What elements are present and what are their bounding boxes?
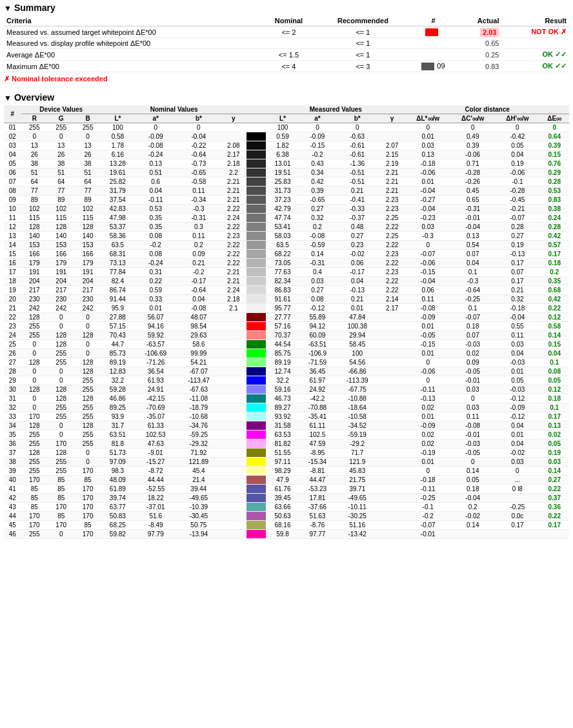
overview-swatch-cell <box>246 421 266 430</box>
overview-measured-cell: 61.76 <box>266 485 299 494</box>
overview-cell: 61.93 <box>134 376 177 385</box>
overview-distance-cell: -0.1 <box>405 503 450 512</box>
overview-measured-cell <box>379 132 405 141</box>
overview-measured-cell <box>379 376 405 385</box>
overview-measured-cell: 0.42 <box>299 177 336 187</box>
overview-swatch-cell <box>246 141 266 150</box>
overview-measured-cell: 2.19 <box>379 159 405 168</box>
overview-distance-cell: 0 <box>450 394 495 403</box>
overview-cell: 91.44 <box>101 295 134 304</box>
col-y-meas-header: γ <box>379 114 405 123</box>
overview-cell: 170 <box>74 494 101 503</box>
overview-distance-cell: 0.15 <box>539 150 569 159</box>
overview-row: 0125525525510000100000000 <box>4 123 569 132</box>
overview-cell: 255 <box>21 467 48 476</box>
overview-cell: 115 <box>21 214 48 223</box>
overview-cell: 59.92 <box>134 331 177 340</box>
summary-nominal-cell <box>261 38 316 49</box>
overview-cell: 16 <box>4 259 21 268</box>
overview-measured-cell: 0.21 <box>336 295 379 304</box>
summary-result-cell <box>501 38 569 49</box>
overview-row: 1516616616668.310.080.092.2268.220.14-0.… <box>4 250 569 259</box>
overview-cell: 26 <box>4 349 21 358</box>
overview-distance-cell: 0 <box>405 123 450 132</box>
overview-cell: -0.34 <box>177 196 221 205</box>
overview-cell: 41 <box>4 485 21 494</box>
overview-measured-cell: -10.88 <box>336 394 379 403</box>
overview-cell <box>220 349 246 358</box>
overview-cell: 153 <box>74 241 101 250</box>
overview-row: 1921721721786.740.59-0.642.2486.830.27-0… <box>4 286 569 295</box>
overview-measured-cell: 46.73 <box>266 394 299 403</box>
overview-distance-cell: 0.01 <box>495 367 539 376</box>
overview-distance-cell: 0.42 <box>539 295 569 304</box>
summary-hash-cell <box>410 49 457 61</box>
col-lstar-nom-header: L* <box>101 114 134 123</box>
overview-measured-cell: 47.9 <box>266 476 299 485</box>
overview-measured-cell: 36.45 <box>299 367 336 376</box>
overview-measured-cell: 17.81 <box>299 494 336 503</box>
overview-distance-cell: 0.36 <box>539 503 569 512</box>
overview-distance-cell: -0.11 <box>405 485 450 494</box>
overview-swatch-cell <box>246 286 266 295</box>
overview-measured-cell: 2.14 <box>379 295 405 304</box>
overview-cell: 38 <box>48 159 74 168</box>
overview-measured-cell: 0.08 <box>299 295 336 304</box>
overview-cell: 64 <box>74 177 101 187</box>
overview-measured-cell: 0.32 <box>299 214 336 223</box>
col-dl-header: ΔL*₀₀/w <box>405 114 450 123</box>
overview-distance-cell: -0.06 <box>450 150 495 159</box>
overview-swatch-cell <box>246 132 266 141</box>
overview-measured-cell <box>379 512 405 521</box>
overview-cell: 51 <box>48 168 74 177</box>
overview-cell: -0.11 <box>134 196 177 205</box>
summary-table: Criteria Nominal Recommended # Actual Re… <box>4 15 569 72</box>
summary-criteria-cell: Measured vs. display profile whitepoint … <box>4 38 261 49</box>
overview-measured-cell: -10.58 <box>336 412 379 421</box>
col-result-header: Result <box>501 15 569 26</box>
overview-cell: 46.86 <box>101 394 134 403</box>
overview-distance-cell: -0.64 <box>450 286 495 295</box>
overview-cell: 19.61 <box>101 168 134 177</box>
overview-cell: 0.58 <box>101 132 134 141</box>
overview-distance-cell: 0 <box>450 123 495 132</box>
overview-cell: 0 <box>74 458 101 467</box>
overview-row: 40170858548.0944.4421.447.944.4721.75-0.… <box>4 476 569 485</box>
overview-swatch-cell <box>246 322 266 331</box>
overview-distance-cell: -0.03 <box>450 440 495 449</box>
overview-cell: 128 <box>21 223 48 232</box>
overview-cell: 57.15 <box>101 322 134 331</box>
overview-measured-cell: 50.63 <box>266 512 299 521</box>
overview-distance-cell: ... <box>495 476 539 485</box>
overview-cell: -15.27 <box>134 458 177 467</box>
overview-distance-cell: 0.08 <box>539 367 569 376</box>
overview-measured-cell: 58.45 <box>336 340 379 349</box>
overview-distance-cell: 0.03 <box>450 403 495 412</box>
overview-cell: 128 <box>48 394 74 403</box>
overview-distance-cell: 0.22 <box>539 304 569 313</box>
overview-cell: 0.11 <box>177 187 221 196</box>
overview-row: 42858517039.7418.22-49.6539.4517.81-49.6… <box>4 494 569 503</box>
overview-measured-cell: 0.34 <box>299 168 336 177</box>
overview-measured-cell: 89.19 <box>266 358 299 367</box>
overview-cell: 0 <box>48 322 74 331</box>
overview-cell: 0.51 <box>134 168 177 177</box>
overview-distance-cell: 0.01 <box>405 322 450 331</box>
overview-measured-cell: 102.5 <box>299 430 336 440</box>
overview-cell: 217 <box>74 286 101 295</box>
overview-measured-cell: -0.12 <box>299 304 336 313</box>
overview-cell: 42 <box>4 494 21 503</box>
col-y-nom-header: y <box>220 114 246 123</box>
overview-cell: 0.33 <box>134 295 177 304</box>
overview-row: 31012812846.86-42.15-11.0846.73-42.2-10.… <box>4 394 569 403</box>
overview-cell: 13 <box>74 141 101 150</box>
overview-distance-cell: 0 <box>405 376 450 385</box>
overview-cell: 51 <box>74 168 101 177</box>
overview-distance-cell: -0.18 <box>495 304 539 313</box>
overview-measured-cell <box>379 331 405 340</box>
overview-cell: -10.39 <box>177 503 221 512</box>
overview-cell: 217 <box>21 286 48 295</box>
overview-measured-cell: -106.9 <box>299 349 336 358</box>
overview-cell: 2.22 <box>220 250 246 259</box>
overview-cell: 191 <box>74 268 101 277</box>
